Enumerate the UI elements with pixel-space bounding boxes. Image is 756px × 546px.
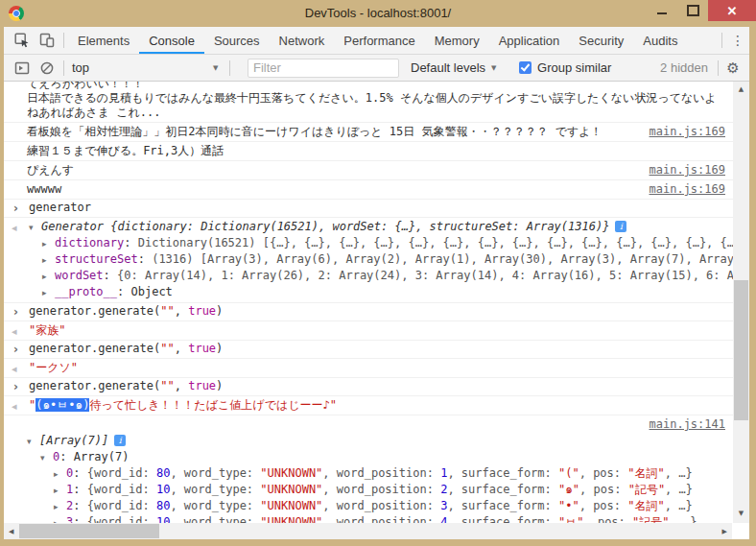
disclosure-expanded-icon[interactable]: ▾ (40, 450, 53, 465)
horizontal-scrollbar[interactable]: ◀ ▶ (4, 523, 732, 539)
show-console-sidebar-button[interactable] (10, 60, 35, 76)
console-text: "•" (558, 499, 579, 512)
console-text: Generator {dictionary: Dictionary(16521)… (41, 220, 609, 233)
window-title: DevTools - localhost:8001/ (0, 0, 756, 27)
disclosure-collapsed-icon[interactable]: ▸ (54, 483, 66, 498)
clear-console-button[interactable] (35, 60, 59, 76)
console-text: {word_id: (87, 466, 156, 480)
disclosure-collapsed-icon[interactable]: ▸ (42, 252, 55, 268)
console-row: ▸2: {word_id: 80, word_type: "UNKNOWN", … (27, 498, 718, 514)
tab-application[interactable]: Application (489, 27, 570, 54)
toolbar-divider (721, 33, 722, 48)
console-text: true (188, 342, 216, 355)
console-text: Array(7) (74, 450, 130, 463)
console-text: , word_type: (170, 499, 260, 512)
console-text: 練習１５まで伸びる。Fri,3人）通話 (27, 144, 224, 157)
result-arrow-icon: ◂ (12, 362, 17, 376)
disclosure-collapsed-icon[interactable]: ▸ (42, 236, 55, 251)
horizontal-scrollbar-thumb[interactable] (19, 524, 159, 538)
javascript-context-select[interactable]: top ▼ (72, 60, 225, 75)
console-text: : (138, 252, 152, 266)
tab-sources[interactable]: Sources (204, 27, 270, 54)
maximize-button[interactable] (677, 0, 708, 21)
vertical-scrollbar[interactable]: ▲ ▼ (733, 82, 749, 523)
console-entry-result: ◂▾Generator {dictionary: Dictionary(1652… (4, 218, 733, 303)
console-text: generator.generate( (29, 379, 160, 392)
console-text: : (73, 499, 86, 512)
console-row: "家族" (29, 322, 725, 338)
group-similar-control: Group similar (519, 60, 611, 75)
disclosure-collapsed-icon[interactable]: ▸ (54, 499, 66, 514)
filter-input[interactable] (248, 59, 399, 78)
close-button[interactable]: ✕ (708, 0, 756, 21)
inspect-element-button[interactable] (10, 27, 35, 54)
console-text: "記号" (632, 515, 669, 523)
scroll-down-arrow[interactable]: ▼ (733, 510, 749, 517)
devtools-menu-button[interactable]: ⋮ (726, 27, 749, 54)
scrollbar-corner (732, 523, 749, 539)
console-body: てえろかわいい！！！日本語できるの見積もりではみんな最終十円玉落ちてください。1… (4, 82, 749, 523)
console-log: てえろかわいい！！！日本語できるの見積もりではみんな最終十円玉落ちてください。1… (4, 82, 733, 523)
disclosure-collapsed-icon[interactable]: ▸ (42, 285, 55, 300)
disclosure-collapsed-icon[interactable]: ▸ (54, 515, 66, 523)
source-location-link[interactable]: main.js:169 (650, 125, 725, 139)
console-row: ぴえんす (27, 163, 658, 178)
console-text: "名詞" (627, 499, 664, 512)
disclosure-expanded-icon[interactable]: ▾ (29, 220, 41, 235)
scroll-up-arrow[interactable]: ▲ (733, 85, 749, 93)
bottom-scrollbar-row: ◀ ▶ (4, 523, 749, 539)
tab-memory[interactable]: Memory (425, 27, 489, 54)
source-location-link[interactable]: main.js:141 (650, 417, 725, 431)
source-location-link[interactable]: main.js:169 (650, 182, 725, 197)
minimize-icon (657, 12, 667, 14)
console-text: ) (216, 342, 223, 355)
info-icon[interactable]: i (615, 221, 626, 232)
console-row: "ークソ" (29, 360, 725, 375)
tab-security[interactable]: Security (569, 27, 633, 54)
console-text: {word_id: (87, 483, 156, 496)
vertical-scrollbar-thumb[interactable] (734, 280, 748, 420)
command-prompt-icon: › (13, 343, 18, 357)
console-text: 10 (156, 483, 170, 496)
group-similar-checkbox[interactable] (519, 61, 532, 74)
console-entry-log: てえろかわいい！！！日本語できるの見積もりではみんな最終十円玉落ちてください。1… (4, 82, 733, 123)
toggle-device-toolbar-button[interactable] (35, 27, 59, 54)
console-text: , word_type: (170, 483, 260, 496)
disclosure-collapsed-icon[interactable]: ▸ (54, 466, 66, 482)
console-text: , …} (665, 466, 693, 480)
console-entry-command: ›generator.generate("", true) (4, 378, 733, 396)
console-row: "(๑•ㅂ•๑)待って忙しき！！！たばこ値上げではじーー♪" (29, 397, 725, 413)
console-text: , pos: (579, 466, 628, 480)
console-row: generator.generate("", true) (29, 304, 718, 319)
console-entry-log: ぴえんすmain.js:169 (4, 161, 733, 180)
chevron-down-icon: ▼ (213, 64, 225, 72)
disclosure-expanded-icon[interactable]: ▾ (27, 434, 39, 449)
toolbar-divider (63, 60, 64, 76)
source-location-link[interactable]: main.js:169 (650, 163, 725, 178)
tab-console[interactable]: Console (139, 27, 204, 54)
console-entry-result: ◂"ークソ" (4, 359, 733, 378)
minimize-button[interactable] (647, 0, 677, 21)
disclosure-collapsed-icon[interactable]: ▸ (42, 269, 55, 284)
console-row: ▸0: {word_id: 80, word_type: "UNKNOWN", … (27, 465, 718, 482)
log-levels-select[interactable]: Default levels ▼ (411, 60, 504, 75)
scroll-left-arrow[interactable]: ◀ (9, 528, 13, 535)
info-icon[interactable]: i (114, 435, 126, 446)
console-text: : (59, 450, 73, 463)
tab-performance[interactable]: Performance (334, 27, 424, 54)
toolbar-divider (718, 60, 719, 76)
tab-audits[interactable]: Audits (633, 27, 687, 54)
console-row: generator.generate("", true) (29, 342, 718, 356)
console-text: 80 (156, 466, 170, 480)
tab-network[interactable]: Network (270, 27, 335, 54)
scroll-right-arrow[interactable]: ▶ (722, 528, 727, 535)
console-text: dictionary (55, 236, 124, 249)
levels-select-value: Default levels (411, 60, 485, 75)
tab-elements[interactable]: Elements (68, 27, 139, 54)
console-settings-button[interactable]: ⚙ (722, 59, 744, 77)
clear-console-icon (39, 60, 55, 76)
console-row: generator (29, 201, 718, 215)
console-text: true (188, 379, 216, 392)
toolbar-divider (63, 33, 64, 48)
console-entry-result: ◂"(๑•ㅂ•๑)待って忙しき！！！たばこ値上げではじーー♪" (4, 396, 733, 415)
